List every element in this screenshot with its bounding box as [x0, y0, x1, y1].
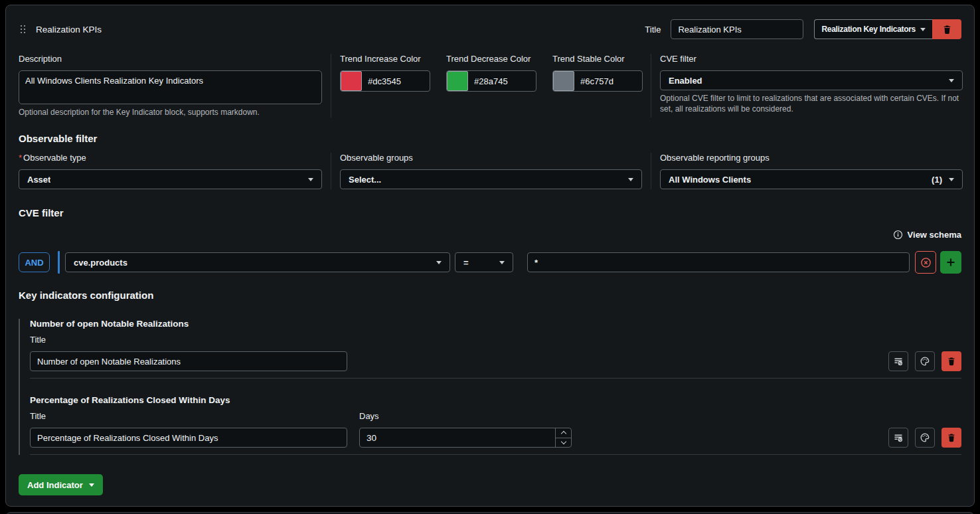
condition-operator-select[interactable]: =	[455, 252, 513, 272]
indicator-title-input[interactable]	[30, 428, 347, 448]
observable-filter-heading: Observable filter	[19, 133, 961, 145]
filter-lines-icon	[893, 432, 904, 443]
trash-icon	[947, 433, 956, 442]
trend-decrease-label: Trend Decrease Color	[446, 54, 536, 64]
observable-type-column: *Observable type Asset	[19, 153, 322, 189]
observable-type-label: *Observable type	[19, 153, 322, 163]
cve-condition-row: AND cve.products =	[19, 251, 961, 274]
chevron-down-icon	[89, 483, 94, 487]
delete-indicator-button[interactable]	[941, 428, 961, 448]
spinner-up-button[interactable]	[556, 428, 571, 438]
indicator-filter-settings-button[interactable]	[888, 351, 908, 371]
cve-filter-column: CVE filter Enabled Optional CVE filter t…	[660, 54, 963, 118]
observable-reporting-groups-select[interactable]: All Windows Clients (1)	[660, 169, 963, 189]
view-schema-link[interactable]: View schema	[908, 230, 961, 240]
condition-value-input[interactable]	[527, 252, 910, 272]
cve-filter-help: Optional CVE filter to limit to realizat…	[660, 93, 963, 114]
and-operator-button[interactable]: AND	[19, 252, 50, 272]
description-label: Description	[19, 54, 322, 64]
info-icon	[893, 230, 903, 240]
observable-groups-column: Observable groups Select...	[340, 153, 642, 189]
trend-increase-label: Trend Increase Color	[340, 54, 430, 64]
indicator-days-field: Days	[359, 406, 572, 448]
trend-decrease-color-field: Trend Decrease Color	[446, 54, 536, 92]
indicator-title-label: Title	[30, 411, 347, 422]
column-divider	[651, 54, 651, 118]
description-textarea[interactable]: All Windows Clients Realization Key Indi…	[19, 70, 322, 104]
indicator-actions	[888, 351, 961, 371]
trend-colors-column: Trend Increase Color Trend Decrease Colo…	[340, 54, 642, 118]
x-circle-icon	[920, 257, 932, 268]
title-field-label: Title	[645, 25, 661, 35]
indicator-color-settings-button[interactable]	[915, 351, 935, 371]
trash-icon	[947, 357, 956, 366]
key-indicators-heading: Key indicators configuration	[19, 290, 961, 301]
chevron-down-icon	[628, 178, 633, 181]
condition-group-bar	[58, 251, 60, 274]
filter-lines-icon	[893, 356, 904, 367]
indicator-filter-settings-button[interactable]	[888, 428, 908, 448]
indicators-list: Number of open Notable Realizations Titl…	[19, 319, 961, 455]
block-title: Realization KPIs	[36, 25, 102, 35]
block-type-dropdown[interactable]: Realization Key Indicators	[814, 19, 932, 39]
indicator-name: Percentage of Realizations Closed Within…	[30, 395, 961, 406]
drag-handle-icon[interactable]	[21, 25, 25, 33]
spinner-down-button[interactable]	[556, 438, 571, 448]
chevron-down-icon	[920, 28, 926, 31]
trend-stable-input[interactable]	[574, 71, 642, 91]
selected-count-badge: (1)	[932, 175, 942, 185]
chevron-down-icon	[560, 439, 566, 444]
trend-increase-color-field: Trend Increase Color	[340, 54, 430, 92]
delete-block-button[interactable]	[932, 19, 961, 39]
panel-header: Realization KPIs Title Realization Key I…	[19, 19, 961, 39]
column-divider	[331, 54, 331, 118]
schema-row: View schema	[19, 229, 961, 240]
block-type-group: Realization Key Indicators	[814, 19, 961, 39]
cve-filter-select[interactable]: Enabled	[660, 70, 963, 90]
chevron-down-icon	[949, 178, 954, 181]
kpi-block-panel: Realization KPIs Title Realization Key I…	[5, 5, 975, 507]
indicator-card: Number of open Notable Realizations Titl…	[30, 319, 961, 379]
chevron-down-icon	[436, 261, 442, 264]
chevron-down-icon	[499, 261, 505, 264]
column-divider	[651, 153, 651, 189]
indicator-days-label: Days	[359, 411, 572, 422]
trend-stable-swatch[interactable]	[553, 71, 574, 91]
palette-icon	[920, 432, 930, 443]
add-indicator-button[interactable]: Add Indicator	[19, 474, 103, 495]
indicator-color-settings-button[interactable]	[915, 428, 935, 448]
indicator-name: Number of open Notable Realizations	[30, 319, 961, 329]
plus-icon	[945, 257, 956, 268]
observable-groups-label: Observable groups	[340, 153, 642, 163]
remove-condition-button[interactable]	[915, 251, 936, 274]
indicator-title-field: Title	[30, 406, 347, 448]
indicator-title-label: Title	[30, 335, 961, 345]
chevron-down-icon	[949, 79, 954, 82]
trend-decrease-swatch[interactable]	[447, 71, 468, 91]
chevron-up-icon	[560, 431, 566, 436]
indicator-card: Percentage of Realizations Closed Within…	[30, 379, 961, 455]
cve-filter-label: CVE filter	[660, 54, 963, 64]
header-controls: Title Realization Key Indicators	[645, 19, 961, 39]
observable-groups-select[interactable]: Select...	[340, 169, 642, 189]
description-help: Optional description for the Key Indicat…	[19, 107, 322, 118]
delete-indicator-button[interactable]	[941, 351, 961, 371]
indicator-title-input[interactable]	[30, 351, 347, 371]
condition-field-select[interactable]: cve.products	[65, 252, 450, 272]
trend-stable-color-field: Trend Stable Color	[552, 54, 643, 92]
palette-icon	[920, 356, 930, 367]
cve-filter-section-heading: CVE filter	[19, 207, 961, 219]
indicator-actions	[888, 428, 961, 448]
add-condition-button[interactable]	[940, 251, 961, 274]
trend-increase-input[interactable]	[362, 71, 430, 91]
required-marker: *	[19, 153, 22, 163]
trend-decrease-input[interactable]	[468, 71, 536, 91]
observable-type-select[interactable]: Asset	[19, 169, 322, 189]
indicator-days-input[interactable]	[360, 428, 555, 447]
observable-reporting-groups-label: Observable reporting groups	[660, 153, 963, 163]
description-column: Description All Windows Clients Realizat…	[19, 54, 322, 118]
trend-increase-swatch[interactable]	[341, 71, 362, 91]
trend-stable-label: Trend Stable Color	[552, 54, 643, 64]
title-input[interactable]	[671, 19, 803, 39]
observable-filter-row: *Observable type Asset Observable groups…	[19, 153, 961, 189]
